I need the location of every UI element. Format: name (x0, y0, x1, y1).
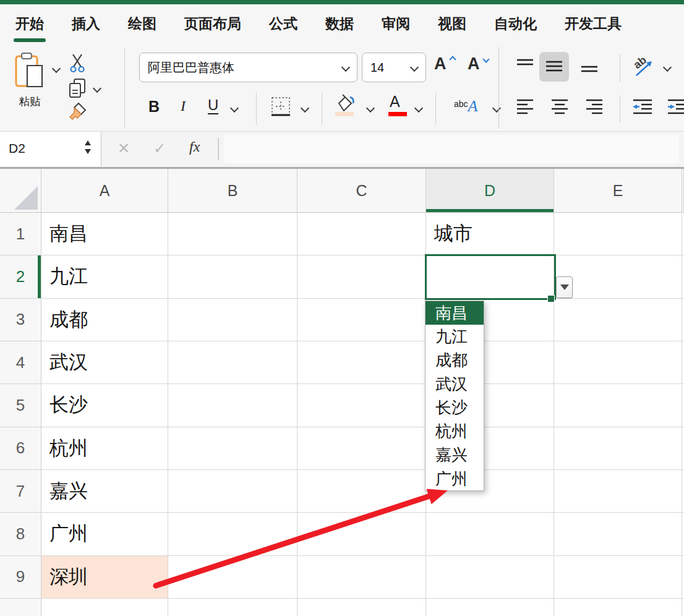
paste-chevron-icon[interactable] (52, 64, 61, 73)
italic-button[interactable]: I (181, 98, 186, 114)
cell-C[interactable] (297, 599, 426, 616)
name-box[interactable]: D2 (0, 132, 101, 166)
cell-B5[interactable] (168, 384, 297, 427)
row-header-1[interactable]: 1 (0, 213, 41, 255)
dropdown-item[interactable]: 武汉 (425, 372, 484, 396)
fill-handle[interactable] (547, 295, 555, 302)
cell-D[interactable] (426, 599, 554, 616)
cell-D1[interactable]: 城市 (426, 213, 554, 255)
row-header-6[interactable]: 6 (0, 427, 41, 470)
ribbon-tab[interactable]: 开始 (15, 14, 44, 33)
enter-icon[interactable]: ✓ (153, 140, 166, 157)
format-painter-button[interactable] (69, 101, 89, 125)
row-header-partial[interactable] (0, 599, 41, 616)
column-header-B[interactable]: B (168, 169, 297, 213)
cancel-icon[interactable]: ✕ (118, 140, 130, 157)
cell-B3[interactable] (168, 299, 297, 341)
cell-C3[interactable] (297, 299, 426, 341)
column-header-A[interactable]: A (41, 169, 168, 213)
cell-A5[interactable]: 长沙 (41, 384, 168, 427)
cell-C7[interactable] (297, 470, 426, 513)
copy-chevron-icon[interactable] (93, 84, 101, 93)
cut-button[interactable] (69, 53, 85, 75)
cell-C9[interactable] (297, 556, 426, 599)
align-top-button[interactable] (516, 57, 534, 77)
dropdown-item[interactable]: 九江 (425, 325, 484, 348)
cell-E2[interactable] (554, 255, 682, 298)
dropdown-item[interactable]: 南昌 (425, 301, 484, 325)
cell-C2[interactable] (297, 255, 426, 298)
cell-E5[interactable] (554, 384, 682, 427)
cell-B1[interactable] (168, 213, 297, 255)
cell-B8[interactable] (168, 513, 297, 555)
fill-color-button[interactable] (334, 94, 356, 114)
formula-input[interactable] (224, 135, 679, 163)
font-color-button[interactable]: A (390, 93, 400, 111)
align-center-button[interactable] (550, 98, 569, 118)
row-header-4[interactable]: 4 (0, 341, 41, 384)
cell-A1[interactable]: 南昌 (41, 213, 168, 255)
row-header-2[interactable]: 2 (0, 255, 41, 298)
cell-E8[interactable] (554, 513, 682, 555)
cell-D9[interactable] (426, 556, 554, 599)
cell-C8[interactable] (297, 513, 426, 555)
spinner-up-icon[interactable] (85, 140, 91, 145)
cell-E6[interactable] (554, 427, 682, 470)
cell-A4[interactable]: 武汉 (41, 341, 168, 384)
dropdown-item[interactable]: 杭州 (425, 419, 484, 443)
cell-E[interactable] (554, 599, 682, 616)
cell-B7[interactable] (168, 470, 297, 513)
dropdown-item[interactable]: 长沙 (425, 396, 484, 419)
dropdown-item[interactable]: 广州 (425, 467, 484, 490)
cell-A7[interactable]: 嘉兴 (41, 470, 168, 513)
increase-font-size-button[interactable]: A (434, 54, 454, 74)
ribbon-tab[interactable]: 页面布局 (184, 14, 241, 33)
cell-B[interactable] (168, 599, 297, 616)
row-header-7[interactable]: 7 (0, 470, 41, 513)
cell-C4[interactable] (297, 341, 426, 384)
cell-A9[interactable]: 深圳 (41, 556, 168, 599)
dropdown-item[interactable]: 嘉兴 (425, 443, 484, 467)
ribbon-tab[interactable]: 数据 (325, 14, 354, 33)
spinner-down-icon[interactable] (85, 149, 91, 154)
align-middle-button[interactable] (539, 52, 569, 82)
ribbon-tab[interactable]: 绘图 (128, 14, 156, 33)
name-box-spinner[interactable] (85, 140, 91, 154)
ribbon-tab[interactable]: 开发工具 (565, 14, 622, 33)
active-cell-selection[interactable] (425, 254, 556, 300)
borders-button[interactable] (270, 95, 292, 120)
align-bottom-button[interactable] (580, 57, 599, 77)
cell-B9[interactable] (168, 556, 297, 599)
font-color-chevron-icon[interactable] (414, 104, 423, 113)
paste-button[interactable] (15, 52, 43, 90)
font-name-combo[interactable]: 阿里巴巴普惠体 (139, 53, 357, 82)
cell-A3[interactable]: 成都 (41, 299, 168, 341)
row-header-5[interactable]: 5 (0, 384, 41, 427)
ribbon-tab[interactable]: 自动化 (494, 14, 537, 33)
cell-A8[interactable]: 广州 (41, 513, 168, 555)
cell-D8[interactable] (426, 513, 554, 555)
cell-B4[interactable] (168, 341, 297, 384)
increase-indent-button[interactable] (667, 98, 684, 118)
decrease-font-size-button[interactable]: A (468, 54, 487, 74)
ribbon-tab[interactable]: 公式 (269, 14, 297, 33)
font-size-combo[interactable]: 14 (362, 53, 426, 82)
insert-function-icon[interactable]: fx (189, 139, 200, 155)
column-header-D[interactable]: D (426, 169, 554, 213)
cell-E4[interactable] (554, 341, 682, 384)
validation-dropdown-button[interactable] (556, 276, 573, 298)
ribbon-tab[interactable]: 视图 (438, 14, 466, 33)
align-left-button[interactable] (516, 98, 534, 118)
row-header-3[interactable]: 3 (0, 299, 41, 341)
copy-button[interactable] (68, 78, 87, 101)
fill-color-chevron-icon[interactable] (366, 104, 375, 113)
cell-A6[interactable]: 杭州 (41, 427, 168, 470)
ribbon-tab[interactable]: 审阅 (382, 14, 410, 33)
select-all-corner[interactable] (0, 169, 41, 213)
dropdown-item[interactable]: 成都 (425, 349, 484, 372)
paste-label[interactable]: 粘贴 (1, 94, 58, 109)
cell-E9[interactable] (554, 556, 682, 599)
ribbon-tab[interactable]: 插入 (72, 14, 100, 33)
cell-A2[interactable]: 九江 (41, 255, 168, 298)
bold-button[interactable]: B (148, 98, 160, 116)
